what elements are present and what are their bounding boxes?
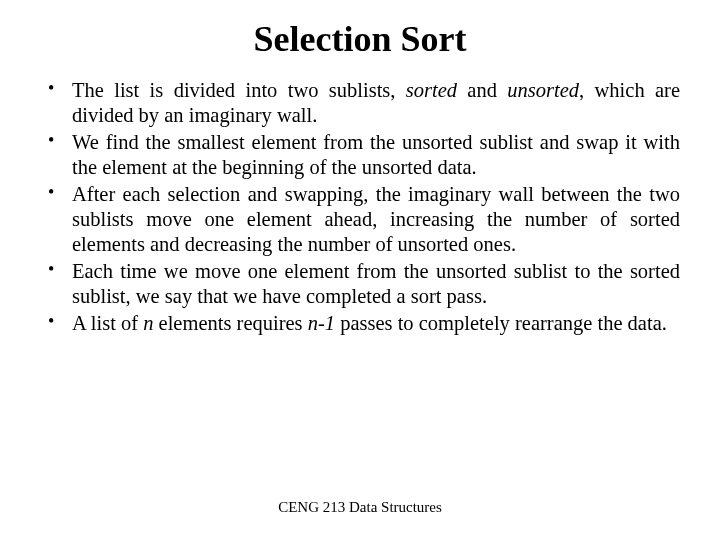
- text: Each time we move one element from the u…: [72, 260, 680, 307]
- list-item: Each time we move one element from the u…: [40, 259, 680, 309]
- italic-text: unsorted: [507, 79, 579, 101]
- text: passes to completely rearrange the data.: [335, 312, 667, 334]
- italic-text: n-1: [308, 312, 335, 334]
- text: elements requires: [153, 312, 307, 334]
- text: After each selection and swapping, the i…: [72, 183, 680, 255]
- slide-footer: CENG 213 Data Structures: [0, 499, 720, 516]
- italic-text: n: [143, 312, 153, 334]
- list-item: After each selection and swapping, the i…: [40, 182, 680, 257]
- text: We find the smallest element from the un…: [72, 131, 680, 178]
- slide-title: Selection Sort: [40, 18, 680, 60]
- bullet-list: The list is divided into two sublists, s…: [40, 78, 680, 336]
- italic-text: sorted: [406, 79, 457, 101]
- list-item: A list of n elements requires n-1 passes…: [40, 311, 680, 336]
- text: The list is divided into two sublists,: [72, 79, 406, 101]
- list-item: The list is divided into two sublists, s…: [40, 78, 680, 128]
- text: A list of: [72, 312, 143, 334]
- text: and: [457, 79, 507, 101]
- list-item: We find the smallest element from the un…: [40, 130, 680, 180]
